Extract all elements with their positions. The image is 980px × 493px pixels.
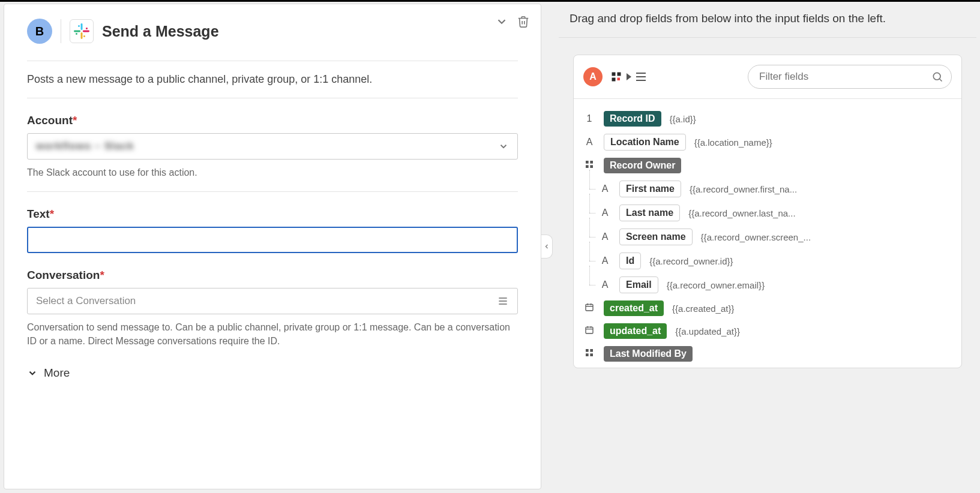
svg-rect-2 xyxy=(81,32,83,39)
chevron-down-icon xyxy=(498,141,509,152)
field-picker-panel: Drag and drop fields from below into the… xyxy=(559,4,976,489)
date-type-icon xyxy=(583,325,595,337)
text-type-icon: A xyxy=(599,232,611,242)
field-picker-header: Drag and drop fields from below into the… xyxy=(559,4,976,38)
field-variable: {{a.created_at}} xyxy=(672,303,734,314)
field-row[interactable]: ALast name{{a.record_owner.last_na... xyxy=(581,201,954,225)
divider xyxy=(61,19,61,43)
more-toggle[interactable]: More xyxy=(27,366,518,380)
text-input[interactable] xyxy=(27,227,518,253)
svg-rect-0 xyxy=(81,23,83,30)
action-description: Posts a new message to a public channel,… xyxy=(27,73,518,86)
panel-collapse-handle[interactable] xyxy=(541,235,553,258)
svg-rect-32 xyxy=(590,353,593,356)
field-variable: {{a.updated_at}} xyxy=(675,326,740,336)
field-variable: {{a.location_name}} xyxy=(694,137,772,148)
field-row[interactable]: 1Record ID{{a.id}} xyxy=(581,107,954,130)
svg-rect-18 xyxy=(590,161,593,164)
field-pill: Id xyxy=(619,252,641,269)
field-pill: Last Modified By xyxy=(604,346,693,362)
text-type-icon: A xyxy=(599,184,611,194)
field-row[interactable]: AFirst name{{a.record_owner.first_na... xyxy=(581,177,954,201)
conversation-select[interactable]: Select a Conversation xyxy=(27,288,518,314)
list-icon xyxy=(497,295,509,307)
text-type-icon: A xyxy=(599,208,611,218)
date-type-icon xyxy=(583,302,595,314)
account-select[interactable]: workflows – Slack xyxy=(27,133,518,160)
conversation-label: Conversation* xyxy=(27,269,518,282)
more-label: More xyxy=(44,366,70,380)
svg-point-15 xyxy=(933,73,940,80)
field-row[interactable]: ALocation Name{{a.location_name}} xyxy=(581,130,954,154)
svg-rect-29 xyxy=(586,349,589,352)
number-type-icon: 1 xyxy=(583,113,595,124)
svg-rect-20 xyxy=(590,165,593,168)
fields-card: A 1Record ID{{a.id}}ALocation Name{{a.lo… xyxy=(573,55,962,368)
filter-fields-input[interactable] xyxy=(748,65,952,89)
field-row[interactable]: updated_at{{a.updated_at}} xyxy=(581,320,954,342)
field-pill: updated_at xyxy=(604,323,667,339)
field-pill: Record Owner xyxy=(604,158,681,173)
field-variable: {{a.record_owner.first_na... xyxy=(690,184,797,194)
title-row: B Send a Message xyxy=(27,19,518,44)
play-icon xyxy=(627,73,631,80)
conversation-help: Conversation to send message to. Can be … xyxy=(27,320,518,348)
svg-rect-19 xyxy=(586,165,589,168)
field-pill: Record ID xyxy=(604,111,661,127)
svg-rect-17 xyxy=(586,161,589,164)
fields-list: 1Record ID{{a.id}}ALocation Name{{a.loca… xyxy=(574,99,961,368)
slack-icon xyxy=(70,19,94,43)
svg-point-4 xyxy=(78,25,80,27)
fields-toolbar: A xyxy=(574,55,961,99)
field-pill: Screen name xyxy=(619,229,693,245)
field-pill: created_at xyxy=(604,300,664,316)
svg-line-16 xyxy=(940,79,942,82)
svg-rect-3 xyxy=(83,31,89,32)
list-icon xyxy=(636,73,646,81)
collapse-icon[interactable] xyxy=(495,15,508,31)
conversation-placeholder: Select a Conversation xyxy=(36,295,136,307)
field-row[interactable]: AScreen name{{a.record_owner.screen_... xyxy=(581,225,954,249)
svg-rect-14 xyxy=(618,78,621,81)
svg-rect-30 xyxy=(590,349,593,352)
delete-icon[interactable] xyxy=(517,15,530,31)
text-type-icon: A xyxy=(599,255,611,266)
step-badge: B xyxy=(27,19,52,44)
svg-rect-1 xyxy=(74,31,80,32)
text-type-icon: A xyxy=(583,137,595,148)
account-label: Account* xyxy=(27,114,518,127)
field-pill: Last name xyxy=(619,205,680,221)
svg-point-7 xyxy=(86,28,88,29)
field-pill: Location Name xyxy=(604,134,686,151)
field-row[interactable]: Last Modified By xyxy=(581,342,954,365)
search-icon xyxy=(931,71,943,83)
svg-rect-25 xyxy=(586,327,593,333)
field-variable: {{a.record_owner.last_na... xyxy=(688,208,795,218)
svg-rect-11 xyxy=(612,73,616,76)
field-variable: {{a.record_owner.id}} xyxy=(649,256,733,266)
svg-point-5 xyxy=(76,33,77,35)
field-row[interactable]: AId{{a.record_owner.id}} xyxy=(581,249,954,273)
svg-point-6 xyxy=(83,35,85,37)
svg-rect-12 xyxy=(618,73,621,76)
field-variable: {{a.id}} xyxy=(670,114,696,124)
action-title: Send a Message xyxy=(102,23,219,40)
field-pill: Email xyxy=(619,276,658,293)
account-value: workflows – Slack xyxy=(36,140,134,152)
field-row[interactable]: created_at{{a.created_at}} xyxy=(581,297,954,320)
field-variable: {{a.record_owner.screen_... xyxy=(701,232,811,242)
svg-rect-31 xyxy=(586,353,589,356)
svg-rect-13 xyxy=(612,78,616,82)
chevron-down-icon xyxy=(27,368,38,378)
object-type-icon xyxy=(583,348,595,360)
text-type-icon: A xyxy=(599,279,611,290)
action-config-panel: B Send a Message Posts a new message to … xyxy=(4,4,541,489)
source-step-badge[interactable]: A xyxy=(583,67,603,86)
field-row[interactable]: AEmail{{a.record_owner.email}} xyxy=(581,273,954,297)
field-pill: First name xyxy=(619,181,681,197)
field-row[interactable]: Record Owner xyxy=(581,154,954,177)
account-help: The Slack account to use for this action… xyxy=(27,166,518,179)
svg-rect-21 xyxy=(586,304,593,311)
field-variable: {{a.record_owner.email}} xyxy=(667,280,765,290)
text-label: Text* xyxy=(27,208,518,221)
